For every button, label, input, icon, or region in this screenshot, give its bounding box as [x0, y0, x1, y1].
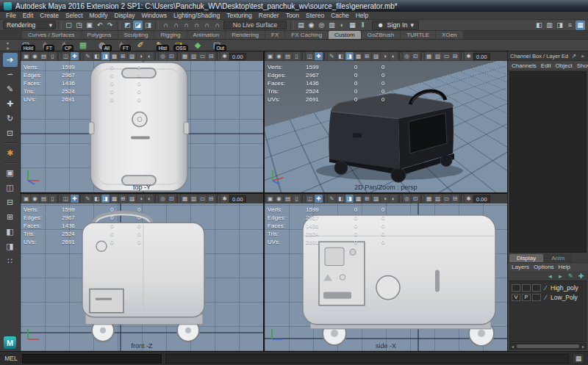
hypershade-icon[interactable]: ◐ [337, 21, 347, 30]
move-layer-up-icon[interactable]: ▸ [556, 271, 564, 281]
wireframe-icon[interactable]: ◧ [337, 195, 345, 203]
viewport-persp-canvas[interactable]: Verts:159900Edges:296700Faces:143600Tris… [265, 61, 507, 192]
scrollbar-thumb[interactable] [517, 344, 579, 348]
lock-camera-icon[interactable]: ◉ [31, 195, 39, 203]
2d-pan-zoom-icon[interactable]: ✚ [71, 52, 79, 60]
screen-space-ao-icon[interactable]: ◑ [381, 52, 389, 60]
gate-mask-icon[interactable]: ⊟ [207, 52, 215, 60]
maya-logo-icon[interactable]: M [4, 336, 16, 349]
exposure-icon[interactable]: ✱ [220, 195, 229, 203]
scroll-right-icon[interactable]: ▸ [581, 344, 586, 349]
layer-visibility-toggle[interactable]: V [512, 294, 520, 301]
set-all-layers-icon[interactable]: ◂ [546, 271, 554, 281]
layer-horizontal-scrollbar[interactable]: ◂ ▸ [509, 343, 587, 350]
smooth-shade-all-icon[interactable]: ◨ [345, 195, 354, 203]
menu-render[interactable]: Render [259, 12, 279, 19]
snap-to-point-icon[interactable]: ∩ [182, 21, 191, 30]
motion-blur-icon[interactable]: ◐ [146, 195, 154, 203]
grease-pencil-icon[interactable]: ✎ [328, 52, 336, 60]
channel-box-list[interactable] [509, 71, 587, 253]
camera-attributes-icon[interactable]: ▤ [284, 52, 292, 60]
shelf-button-cube[interactable]: ◆ [191, 40, 204, 51]
lasso-tool-icon[interactable]: ∽ [3, 68, 18, 82]
use-all-lights-icon[interactable]: ⊞ [119, 195, 127, 203]
shadows-icon[interactable]: ▨ [372, 195, 380, 203]
motion-blur-icon[interactable]: ◐ [390, 52, 398, 60]
grid-toggle-icon[interactable]: ▦ [181, 52, 189, 60]
shadows-icon[interactable]: ▨ [128, 195, 136, 203]
grid-toggle-icon[interactable]: ▦ [425, 195, 433, 203]
lock-camera-icon[interactable]: ◉ [275, 195, 283, 203]
toggle-attribute-editor-icon[interactable]: ◧ [534, 21, 544, 30]
shelf-tab-rendering[interactable]: Rendering [226, 31, 265, 39]
grease-pencil-icon[interactable]: ✎ [328, 195, 336, 203]
image-plane-icon[interactable]: ◫ [306, 195, 314, 203]
use-all-lights-icon[interactable]: ⊞ [119, 52, 127, 60]
bookmarks-icon[interactable]: ▯ [293, 195, 301, 203]
pause-viewport-icon[interactable]: ‖ [358, 21, 368, 30]
use-all-lights-icon[interactable]: ⊞ [363, 195, 371, 203]
channel-box-title-bar[interactable]: Channel Box / Layer Editor ↗ × [508, 51, 588, 61]
resolution-gate-icon[interactable]: ▭ [198, 52, 207, 60]
xray-icon[interactable]: ◎ [403, 52, 411, 60]
shelf-tab-curves-surfaces[interactable]: Curves / Surfaces [22, 31, 81, 39]
toggle-tool-settings-icon[interactable]: ▥ [545, 21, 554, 30]
image-plane-icon[interactable]: ◫ [62, 195, 70, 203]
menu-display[interactable]: Display [115, 12, 135, 19]
screen-space-ao-icon[interactable]: ◑ [137, 52, 145, 60]
channel-menu-show[interactable]: Show [577, 62, 588, 69]
layer-swatch-icon[interactable]: ∕ [542, 284, 549, 292]
snap-to-projected-center-icon[interactable]: ∩ [192, 21, 201, 30]
script-editor-button[interactable]: ▦ [573, 353, 584, 364]
menu-help[interactable]: Help [356, 12, 368, 19]
select-hierarchy-icon[interactable]: ◩ [123, 21, 132, 30]
toggle-channel-box-icon[interactable]: ◨ [555, 21, 564, 30]
scroll-left-icon[interactable]: ◂ [510, 344, 515, 349]
paint-selection-tool-icon[interactable]: ✎ [3, 82, 18, 96]
menu-windows[interactable]: Windows [141, 12, 166, 19]
layer-tab-anim[interactable]: Anim [544, 254, 572, 262]
shelf-tab-turtle[interactable]: TURTLE [401, 31, 435, 39]
shadows-icon[interactable]: ▨ [128, 52, 136, 60]
lock-camera-icon[interactable]: ◉ [275, 52, 283, 60]
textured-icon[interactable]: ▩ [110, 52, 118, 60]
shelf-button-delete-history[interactable]: ✎Hist [153, 40, 166, 51]
textured-icon[interactable]: ▩ [354, 52, 362, 60]
shelf-button-select-all[interactable]: ◍All [96, 40, 109, 51]
2d-pan-zoom-icon[interactable]: ✚ [315, 195, 323, 203]
sign-in-button[interactable]: ☻ Sign In ▾ [372, 21, 419, 30]
smooth-shade-all-icon[interactable]: ◨ [345, 52, 354, 60]
toggle-modeling-toolkit-icon[interactable]: ≡ [565, 21, 575, 30]
new-scene-icon[interactable]: ▢ [64, 21, 74, 30]
scale-tool-icon[interactable]: ⊡ [3, 126, 18, 140]
menu-toon[interactable]: Toon [286, 12, 299, 19]
resolution-gate-icon[interactable]: ▭ [442, 195, 451, 203]
layout-custom-icon[interactable]: ∷ [3, 254, 18, 268]
viewport-side-canvas[interactable]: Verts:159900Edges:296700Faces:143600Tris… [265, 203, 507, 351]
shelf-button-outliner[interactable]: ▢Out [210, 40, 223, 51]
channel-menu-edit[interactable]: Edit [541, 62, 551, 69]
menu-cache[interactable]: Cache [331, 12, 349, 19]
screen-space-ao-icon[interactable]: ◑ [381, 195, 389, 203]
launch-render-sequence-icon[interactable]: ▦ [348, 21, 357, 30]
select-camera-icon[interactable]: ▣ [22, 195, 30, 203]
redo-icon[interactable]: ↷ [105, 21, 115, 30]
new-empty-layer-icon[interactable]: ✎ [567, 271, 575, 281]
ipr-render-icon[interactable]: ◎ [317, 21, 326, 30]
isolate-select-icon[interactable]: ⊡ [412, 195, 420, 203]
render-settings-icon[interactable]: ▥ [327, 21, 337, 30]
film-gate-icon[interactable]: ▥ [190, 195, 198, 203]
shelf-tab-custom[interactable]: Custom [329, 31, 361, 39]
shelf-button-freeze-transform[interactable]: ⋔FT [38, 40, 51, 51]
shelf-tab-rigging[interactable]: Rigging [154, 31, 186, 39]
viewport-front-canvas[interactable]: Verts:159900Edges:296700Faces:143600Tris… [21, 203, 263, 351]
shelf-tab-gozbrush[interactable]: GoZBrush [362, 31, 400, 39]
layer-row-low_poly[interactable]: VP∕Low_Poly [510, 292, 586, 302]
shadows-icon[interactable]: ▨ [372, 52, 380, 60]
last-tool-used-icon[interactable]: ✱ [3, 146, 18, 160]
menu-select[interactable]: Select [65, 12, 83, 19]
layout-persp-outliner-icon[interactable]: ◧ [3, 225, 18, 239]
camera-attributes-icon[interactable]: ▤ [40, 52, 48, 60]
isolate-select-icon[interactable]: ⊡ [168, 52, 176, 60]
move-tool-icon[interactable]: ✚ [3, 97, 18, 111]
